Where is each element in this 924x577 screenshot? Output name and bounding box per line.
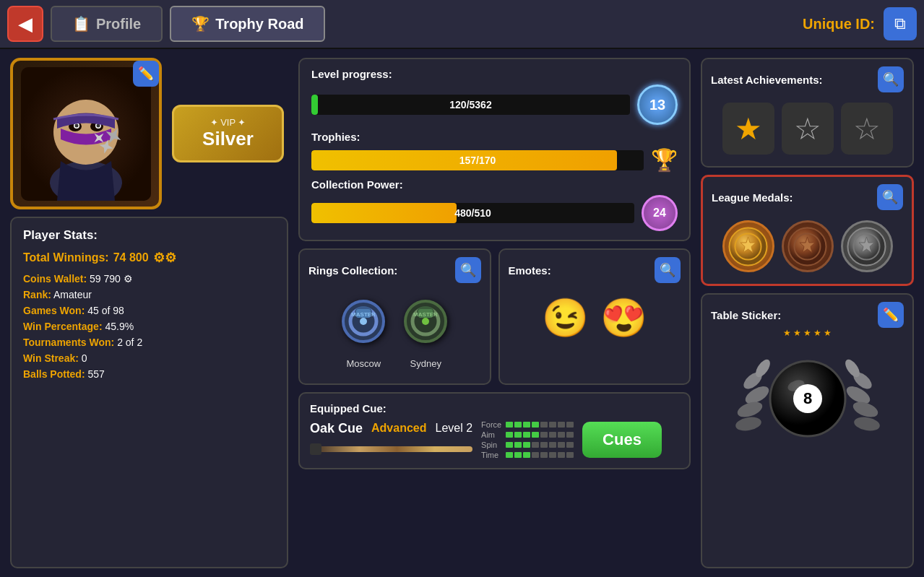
spin-bar-2 xyxy=(514,442,522,448)
achievements-header: Latest Achievements: 🔍 xyxy=(711,66,904,92)
spin-label: Spin xyxy=(481,441,503,449)
cue-body xyxy=(321,446,472,452)
rings-search-button[interactable]: 🔍 xyxy=(455,257,481,283)
aim-bar-4 xyxy=(532,432,539,438)
avatar-edit-button[interactable]: ✏️ xyxy=(133,61,159,87)
emotes-search-button[interactable]: 🔍 xyxy=(655,257,681,283)
trophy-icon: 🏆 xyxy=(651,147,678,173)
ring-sydney-label: Sydney xyxy=(410,358,441,369)
avatar-image xyxy=(21,67,151,201)
aim-bar-5 xyxy=(540,432,548,438)
level-bar-fill xyxy=(311,95,318,115)
ring-moscow-label: Moscow xyxy=(346,358,381,369)
svg-point-41 xyxy=(852,415,879,433)
win-pct-row: Win Percentage: 45.9% xyxy=(23,321,275,332)
achievement-star-2: ☆ xyxy=(782,103,834,155)
spin-bar-5 xyxy=(540,442,548,448)
copy-id-button[interactable]: ⧉ xyxy=(884,7,917,40)
time-bar-7 xyxy=(558,452,565,458)
cue-details: Oak Cue Advanced Level 2 xyxy=(310,421,472,459)
back-button[interactable]: ◀ xyxy=(7,6,43,42)
back-icon: ◀ xyxy=(18,13,33,35)
collection-badge: 24 xyxy=(642,195,678,231)
balls-potted-value: 557 xyxy=(87,368,104,380)
unique-id-label: Unique ID: xyxy=(803,16,875,32)
total-winnings-label: Total Winnings: xyxy=(23,251,109,264)
rank-value: Amateur xyxy=(53,289,92,300)
force-bar-5 xyxy=(540,422,548,428)
achievements-box: Latest Achievements: 🔍 ★ ☆ ☆ xyxy=(701,58,914,168)
cue-content: Oak Cue Advanced Level 2 Force xyxy=(310,420,679,459)
rank-row: Rank: Amateur xyxy=(23,289,275,300)
trophies-bar-text: 157/170 xyxy=(459,155,496,166)
level-progress-bar: 120/5362 xyxy=(311,95,630,115)
level-bar-row: 120/5362 13 xyxy=(311,84,678,125)
force-bar-4 xyxy=(532,422,539,428)
svg-point-18 xyxy=(360,318,367,325)
aim-bar-3 xyxy=(523,432,530,438)
player-stats-title: Player Stats: xyxy=(23,228,275,243)
league-medals-search-button[interactable]: 🔍 xyxy=(877,184,903,210)
player-stats-box: Player Stats: Total Winnings: 74 800 ⚙⚙ … xyxy=(10,217,288,568)
coins-row: Coins Wallet: 59 790 ⚙ xyxy=(23,273,275,285)
collection-progress-bar: 480/510 xyxy=(311,203,634,223)
cue-name-row: Oak Cue Advanced Level 2 xyxy=(310,421,472,436)
top-nav: ◀ 📋 Profile 🏆 Trophy Road Unique ID: ⧉ xyxy=(0,0,924,49)
rank-label: Rank: xyxy=(23,289,51,300)
aim-bar-7 xyxy=(558,432,565,438)
collections-row: Rings Collection: 🔍 MASTER xyxy=(298,248,691,385)
center-column: Level progress: 120/5362 13 Trophies: 15… xyxy=(298,58,691,568)
time-bar-8 xyxy=(566,452,574,458)
tab-trophy-road[interactable]: 🏆 Trophy Road xyxy=(170,6,325,42)
sticker-edit-icon: ✏️ xyxy=(883,307,899,323)
star-1: ★ xyxy=(783,328,791,338)
balls-potted-row: Balls Potted: 557 xyxy=(23,368,275,380)
star-5: ★ xyxy=(824,328,832,338)
ring-item-moscow: MASTER Moscow xyxy=(338,296,389,369)
left-column: ✏️ ✦ VIP ✦ Silver Player Stats: Total Wi… xyxy=(10,58,288,568)
balls-potted-label: Balls Potted: xyxy=(23,368,85,380)
gear-icons: ⚙⚙ xyxy=(153,250,176,266)
rings-title: Rings Collection: xyxy=(308,264,397,277)
laurel-wrap: ★ ★ ★ ★ ★ xyxy=(735,341,880,449)
tab-profile[interactable]: 📋 Profile xyxy=(51,6,163,42)
spin-bar-1 xyxy=(506,442,513,448)
svg-text:8: 8 xyxy=(803,389,811,407)
force-bar-2 xyxy=(514,422,522,428)
level-progress-label: Level progress: xyxy=(311,68,678,80)
cue-name: Oak Cue xyxy=(310,421,363,436)
win-pct-value: 45.9% xyxy=(105,321,134,332)
league-medals-header: League Medals: 🔍 xyxy=(712,184,903,210)
vip-badge[interactable]: ✦ VIP ✦ Silver xyxy=(172,105,284,162)
time-stat: Time xyxy=(481,451,574,459)
collection-bar-text: 480/510 xyxy=(454,207,491,219)
sticker-edit-button[interactable]: ✏️ xyxy=(878,302,904,328)
achievement-star-1: ★ xyxy=(722,103,774,155)
cue-level: Level 2 xyxy=(436,422,473,435)
win-pct-label: Win Percentage: xyxy=(23,321,103,332)
trophy-tab-icon: 🏆 xyxy=(191,15,210,32)
cue-tier: Advanced xyxy=(371,422,426,435)
sticker-display: ★ ★ ★ ★ ★ xyxy=(711,334,904,456)
achievements-title: Latest Achievements: xyxy=(711,74,823,86)
trophies-bar-row: 157/170 🏆 xyxy=(311,147,678,173)
achievement-star-3: ☆ xyxy=(841,103,893,155)
cue-stats: Force Aim xyxy=(481,420,574,459)
collection-bar-fill xyxy=(311,203,457,223)
medal-silver-dark xyxy=(841,220,893,272)
vip-label: Silver xyxy=(202,128,254,150)
main-content: ✏️ ✦ VIP ✦ Silver Player Stats: Total Wi… xyxy=(0,49,924,577)
aim-bar-8 xyxy=(566,432,574,438)
level-bar-text: 120/5362 xyxy=(449,99,491,110)
rings-header: Rings Collection: 🔍 xyxy=(308,257,481,283)
cues-button[interactable]: Cues xyxy=(582,422,662,458)
spin-bar-3 xyxy=(523,442,530,448)
time-bars xyxy=(506,452,574,458)
games-won-label: Games Won: xyxy=(23,305,85,316)
coins-value: 59 790 xyxy=(90,273,121,285)
star-gold-icon: ★ xyxy=(735,111,762,147)
achievements-search-button[interactable]: 🔍 xyxy=(878,66,904,92)
svg-point-36 xyxy=(735,415,762,433)
coins-icon: ⚙ xyxy=(124,273,133,285)
coins-label: Coins Wallet: xyxy=(23,273,87,285)
